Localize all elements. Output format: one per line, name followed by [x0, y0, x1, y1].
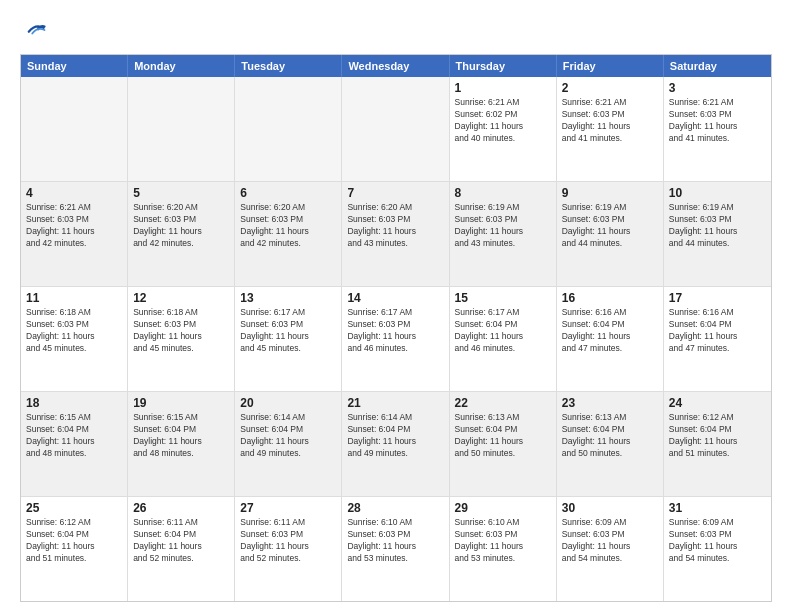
header-day-sunday: Sunday: [21, 55, 128, 77]
day-info: Sunrise: 6:19 AM Sunset: 6:03 PM Dayligh…: [455, 202, 551, 250]
day-cell-1: 1Sunrise: 6:21 AM Sunset: 6:02 PM Daylig…: [450, 77, 557, 181]
day-info: Sunrise: 6:13 AM Sunset: 6:04 PM Dayligh…: [562, 412, 658, 460]
day-cell-20: 20Sunrise: 6:14 AM Sunset: 6:04 PM Dayli…: [235, 392, 342, 496]
day-info: Sunrise: 6:20 AM Sunset: 6:03 PM Dayligh…: [133, 202, 229, 250]
day-info: Sunrise: 6:12 AM Sunset: 6:04 PM Dayligh…: [669, 412, 766, 460]
calendar-body: 1Sunrise: 6:21 AM Sunset: 6:02 PM Daylig…: [21, 77, 771, 601]
day-info: Sunrise: 6:19 AM Sunset: 6:03 PM Dayligh…: [669, 202, 766, 250]
calendar-row-4: 25Sunrise: 6:12 AM Sunset: 6:04 PM Dayli…: [21, 496, 771, 601]
day-number: 5: [133, 186, 229, 200]
day-number: 6: [240, 186, 336, 200]
day-cell-26: 26Sunrise: 6:11 AM Sunset: 6:04 PM Dayli…: [128, 497, 235, 601]
empty-cell-0-2: [235, 77, 342, 181]
calendar-row-2: 11Sunrise: 6:18 AM Sunset: 6:03 PM Dayli…: [21, 286, 771, 391]
header: [20, 16, 772, 44]
day-info: Sunrise: 6:15 AM Sunset: 6:04 PM Dayligh…: [26, 412, 122, 460]
day-number: 27: [240, 501, 336, 515]
day-number: 2: [562, 81, 658, 95]
day-cell-11: 11Sunrise: 6:18 AM Sunset: 6:03 PM Dayli…: [21, 287, 128, 391]
day-info: Sunrise: 6:14 AM Sunset: 6:04 PM Dayligh…: [347, 412, 443, 460]
day-number: 18: [26, 396, 122, 410]
day-cell-3: 3Sunrise: 6:21 AM Sunset: 6:03 PM Daylig…: [664, 77, 771, 181]
day-info: Sunrise: 6:11 AM Sunset: 6:03 PM Dayligh…: [240, 517, 336, 565]
day-info: Sunrise: 6:20 AM Sunset: 6:03 PM Dayligh…: [240, 202, 336, 250]
day-info: Sunrise: 6:16 AM Sunset: 6:04 PM Dayligh…: [669, 307, 766, 355]
empty-cell-0-0: [21, 77, 128, 181]
day-info: Sunrise: 6:18 AM Sunset: 6:03 PM Dayligh…: [133, 307, 229, 355]
day-cell-12: 12Sunrise: 6:18 AM Sunset: 6:03 PM Dayli…: [128, 287, 235, 391]
day-number: 9: [562, 186, 658, 200]
day-number: 13: [240, 291, 336, 305]
day-cell-24: 24Sunrise: 6:12 AM Sunset: 6:04 PM Dayli…: [664, 392, 771, 496]
day-info: Sunrise: 6:11 AM Sunset: 6:04 PM Dayligh…: [133, 517, 229, 565]
day-info: Sunrise: 6:17 AM Sunset: 6:03 PM Dayligh…: [347, 307, 443, 355]
day-info: Sunrise: 6:13 AM Sunset: 6:04 PM Dayligh…: [455, 412, 551, 460]
day-cell-31: 31Sunrise: 6:09 AM Sunset: 6:03 PM Dayli…: [664, 497, 771, 601]
day-cell-9: 9Sunrise: 6:19 AM Sunset: 6:03 PM Daylig…: [557, 182, 664, 286]
day-info: Sunrise: 6:12 AM Sunset: 6:04 PM Dayligh…: [26, 517, 122, 565]
day-info: Sunrise: 6:14 AM Sunset: 6:04 PM Dayligh…: [240, 412, 336, 460]
day-cell-19: 19Sunrise: 6:15 AM Sunset: 6:04 PM Dayli…: [128, 392, 235, 496]
header-day-tuesday: Tuesday: [235, 55, 342, 77]
day-cell-16: 16Sunrise: 6:16 AM Sunset: 6:04 PM Dayli…: [557, 287, 664, 391]
day-cell-5: 5Sunrise: 6:20 AM Sunset: 6:03 PM Daylig…: [128, 182, 235, 286]
day-info: Sunrise: 6:21 AM Sunset: 6:03 PM Dayligh…: [26, 202, 122, 250]
day-cell-25: 25Sunrise: 6:12 AM Sunset: 6:04 PM Dayli…: [21, 497, 128, 601]
day-number: 11: [26, 291, 122, 305]
day-number: 24: [669, 396, 766, 410]
day-number: 22: [455, 396, 551, 410]
day-number: 3: [669, 81, 766, 95]
header-day-friday: Friday: [557, 55, 664, 77]
day-cell-2: 2Sunrise: 6:21 AM Sunset: 6:03 PM Daylig…: [557, 77, 664, 181]
day-number: 28: [347, 501, 443, 515]
day-info: Sunrise: 6:16 AM Sunset: 6:04 PM Dayligh…: [562, 307, 658, 355]
day-cell-29: 29Sunrise: 6:10 AM Sunset: 6:03 PM Dayli…: [450, 497, 557, 601]
calendar: SundayMondayTuesdayWednesdayThursdayFrid…: [20, 54, 772, 602]
day-info: Sunrise: 6:10 AM Sunset: 6:03 PM Dayligh…: [455, 517, 551, 565]
day-number: 25: [26, 501, 122, 515]
day-number: 12: [133, 291, 229, 305]
day-number: 10: [669, 186, 766, 200]
empty-cell-0-3: [342, 77, 449, 181]
day-number: 21: [347, 396, 443, 410]
day-cell-7: 7Sunrise: 6:20 AM Sunset: 6:03 PM Daylig…: [342, 182, 449, 286]
day-info: Sunrise: 6:19 AM Sunset: 6:03 PM Dayligh…: [562, 202, 658, 250]
day-cell-30: 30Sunrise: 6:09 AM Sunset: 6:03 PM Dayli…: [557, 497, 664, 601]
day-number: 15: [455, 291, 551, 305]
day-number: 20: [240, 396, 336, 410]
day-number: 1: [455, 81, 551, 95]
day-info: Sunrise: 6:09 AM Sunset: 6:03 PM Dayligh…: [562, 517, 658, 565]
day-number: 23: [562, 396, 658, 410]
calendar-row-3: 18Sunrise: 6:15 AM Sunset: 6:04 PM Dayli…: [21, 391, 771, 496]
calendar-row-0: 1Sunrise: 6:21 AM Sunset: 6:02 PM Daylig…: [21, 77, 771, 181]
day-cell-8: 8Sunrise: 6:19 AM Sunset: 6:03 PM Daylig…: [450, 182, 557, 286]
day-info: Sunrise: 6:21 AM Sunset: 6:02 PM Dayligh…: [455, 97, 551, 145]
day-info: Sunrise: 6:10 AM Sunset: 6:03 PM Dayligh…: [347, 517, 443, 565]
empty-cell-0-1: [128, 77, 235, 181]
day-cell-23: 23Sunrise: 6:13 AM Sunset: 6:04 PM Dayli…: [557, 392, 664, 496]
logo: [20, 16, 52, 44]
day-number: 17: [669, 291, 766, 305]
day-cell-15: 15Sunrise: 6:17 AM Sunset: 6:04 PM Dayli…: [450, 287, 557, 391]
generalblue-logo-icon: [20, 16, 48, 44]
day-info: Sunrise: 6:09 AM Sunset: 6:03 PM Dayligh…: [669, 517, 766, 565]
day-info: Sunrise: 6:17 AM Sunset: 6:03 PM Dayligh…: [240, 307, 336, 355]
day-cell-17: 17Sunrise: 6:16 AM Sunset: 6:04 PM Dayli…: [664, 287, 771, 391]
day-number: 26: [133, 501, 229, 515]
day-cell-4: 4Sunrise: 6:21 AM Sunset: 6:03 PM Daylig…: [21, 182, 128, 286]
day-number: 31: [669, 501, 766, 515]
day-cell-22: 22Sunrise: 6:13 AM Sunset: 6:04 PM Dayli…: [450, 392, 557, 496]
day-number: 4: [26, 186, 122, 200]
day-info: Sunrise: 6:15 AM Sunset: 6:04 PM Dayligh…: [133, 412, 229, 460]
day-info: Sunrise: 6:18 AM Sunset: 6:03 PM Dayligh…: [26, 307, 122, 355]
day-info: Sunrise: 6:21 AM Sunset: 6:03 PM Dayligh…: [669, 97, 766, 145]
day-number: 8: [455, 186, 551, 200]
day-number: 30: [562, 501, 658, 515]
day-cell-27: 27Sunrise: 6:11 AM Sunset: 6:03 PM Dayli…: [235, 497, 342, 601]
calendar-header: SundayMondayTuesdayWednesdayThursdayFrid…: [21, 55, 771, 77]
header-day-monday: Monday: [128, 55, 235, 77]
day-cell-18: 18Sunrise: 6:15 AM Sunset: 6:04 PM Dayli…: [21, 392, 128, 496]
day-info: Sunrise: 6:17 AM Sunset: 6:04 PM Dayligh…: [455, 307, 551, 355]
calendar-row-1: 4Sunrise: 6:21 AM Sunset: 6:03 PM Daylig…: [21, 181, 771, 286]
day-info: Sunrise: 6:21 AM Sunset: 6:03 PM Dayligh…: [562, 97, 658, 145]
